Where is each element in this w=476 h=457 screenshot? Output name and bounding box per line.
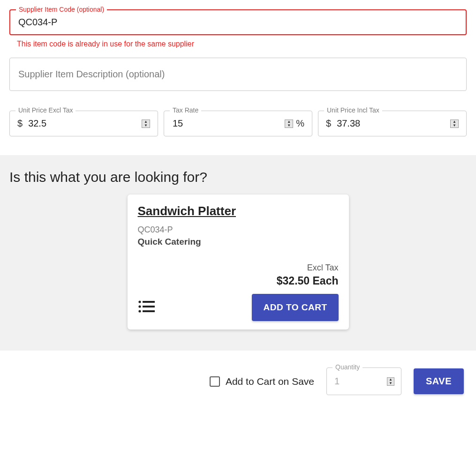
unit-price-excl-stepper[interactable]: ▲▼ (142, 120, 150, 128)
currency-symbol: $ (326, 118, 331, 129)
quantity-label: Quantity (332, 363, 363, 371)
quantity-stepper[interactable]: ▲▼ (387, 377, 394, 386)
svg-rect-3 (143, 301, 155, 303)
unit-price-incl-label: Unit Price Incl Tax (324, 106, 382, 114)
add-to-cart-on-save-checkbox[interactable]: Add to Cart on Save (210, 376, 314, 387)
tax-rate-input[interactable] (172, 118, 285, 129)
list-icon[interactable] (138, 300, 155, 315)
supplier-item-code-label: Supplier Item Code (optional) (16, 6, 107, 13)
quantity-field[interactable]: Quantity ▲▼ (326, 367, 401, 395)
unit-price-excl-field[interactable]: Unit Price Excl Tax $ ▲▼ (9, 111, 158, 136)
suggestion-title-link[interactable]: Sandwich Platter (138, 204, 236, 218)
suggestion-heading: Is this what you are looking for? (9, 169, 467, 185)
supplier-item-code-error: This item code is already in use for the… (17, 40, 467, 48)
unit-price-incl-field[interactable]: Unit Price Incl Tax $ ▲▼ (318, 111, 467, 136)
percent-symbol: % (296, 118, 304, 129)
suggestion-price: $32.50 Each (138, 275, 339, 287)
supplier-item-desc-field[interactable] (9, 58, 467, 91)
suggestion-code: QC034-P (138, 225, 339, 235)
svg-point-1 (138, 305, 141, 307)
quantity-input (333, 375, 387, 387)
supplier-item-desc-input[interactable] (17, 68, 459, 80)
currency-symbol: $ (17, 118, 23, 129)
tax-rate-field[interactable]: Tax Rate ▲▼ % (164, 111, 312, 136)
unit-price-excl-label: Unit Price Excl Tax (15, 106, 76, 114)
add-to-cart-button[interactable]: ADD TO CART (252, 294, 338, 321)
tax-rate-stepper[interactable]: ▲▼ (285, 120, 293, 128)
svg-point-0 (138, 300, 141, 303)
save-button[interactable]: SAVE (414, 368, 464, 394)
supplier-item-code-input[interactable] (17, 16, 459, 28)
footer-bar: Add to Cart on Save Quantity ▲▼ SAVE (0, 351, 476, 407)
suggestion-card: Sandwich Platter QC034-P Quick Catering … (128, 195, 349, 330)
add-to-cart-on-save-label: Add to Cart on Save (226, 376, 314, 387)
suggestion-section: Is this what you are looking for? Sandwi… (0, 155, 476, 351)
suggestion-excl-tax-label: Excl Tax (138, 263, 339, 273)
unit-price-incl-stepper[interactable]: ▲▼ (450, 120, 459, 128)
checkbox-icon (210, 376, 220, 387)
svg-point-2 (138, 310, 141, 312)
suggestion-vendor: Quick Catering (138, 237, 339, 247)
svg-rect-4 (143, 306, 155, 307)
unit-price-excl-input[interactable] (27, 118, 142, 129)
svg-rect-5 (143, 310, 155, 312)
unit-price-incl-input[interactable] (336, 118, 450, 129)
tax-rate-label: Tax Rate (170, 106, 201, 114)
supplier-item-code-field[interactable]: Supplier Item Code (optional) (9, 9, 467, 35)
